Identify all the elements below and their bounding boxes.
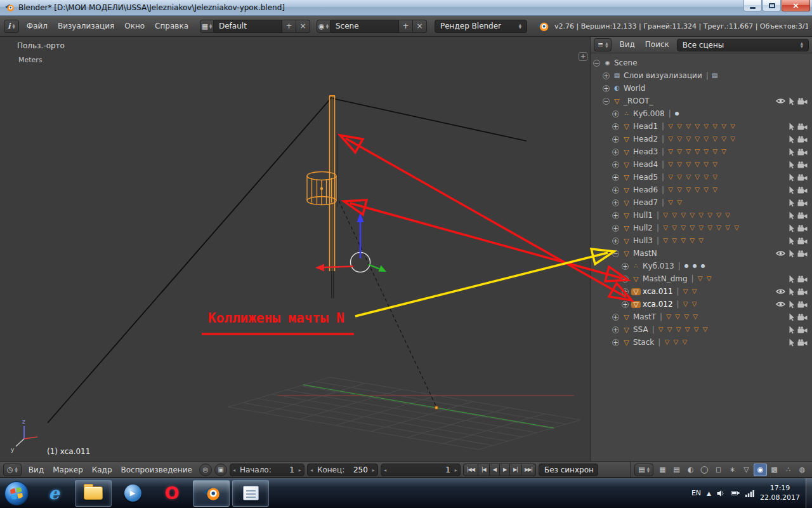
scene-tab[interactable]: ◐ xyxy=(684,464,697,476)
object-name[interactable]: MastN_dmg xyxy=(643,274,688,283)
object-name[interactable]: Head5 xyxy=(633,173,658,182)
expand-icon[interactable]: + xyxy=(622,301,629,308)
playback-button-0[interactable]: |◀◀ xyxy=(463,464,478,476)
taskbar-document-app-button[interactable] xyxy=(232,480,269,507)
object-name[interactable]: World xyxy=(624,84,645,93)
modifiers-tab[interactable]: ∗ xyxy=(726,464,739,476)
render-layers-tab[interactable]: ▤ xyxy=(670,464,683,476)
hidden-icons-button[interactable]: ▲ xyxy=(707,490,711,497)
editor-type-button-timeline[interactable]: ◷ xyxy=(3,464,22,476)
expand-icon[interactable]: + xyxy=(612,161,619,168)
scene-browse-button[interactable]: ◉ xyxy=(317,20,331,33)
texture-tab[interactable]: ▩ xyxy=(768,464,781,476)
expand-icon[interactable]: + xyxy=(612,225,619,232)
volume-icon[interactable] xyxy=(717,490,725,497)
visibility-toggle[interactable] xyxy=(775,288,786,295)
taskbar-media-player-button[interactable]: ▶ xyxy=(114,480,151,507)
selectability-toggle[interactable] xyxy=(786,211,797,220)
world-tab[interactable]: ◯ xyxy=(698,464,711,476)
outliner-row-Head5[interactable]: +▽Head5|▽▽▽▽▽▽ xyxy=(591,171,812,184)
physics-tab[interactable]: ◍ xyxy=(796,464,809,476)
renderability-toggle[interactable] xyxy=(797,212,808,219)
object-name[interactable]: Куб.013 xyxy=(643,262,674,271)
close-button[interactable]: × xyxy=(782,0,810,11)
outliner-row-Куб.013[interactable]: +∴Куб.013|●●● xyxy=(591,260,812,272)
expand-icon[interactable]: + xyxy=(612,123,619,130)
visibility-toggle[interactable] xyxy=(775,250,786,257)
selectability-toggle[interactable] xyxy=(786,313,797,321)
x-axis-handle[interactable] xyxy=(324,267,353,268)
renderability-toggle[interactable] xyxy=(797,136,808,143)
frame-start-field[interactable]: Начало: 1 xyxy=(230,464,304,476)
3d-viewport[interactable]: z y Польз.-орто Meters (1) xca.011 + xyxy=(0,37,590,461)
object-name[interactable]: xca.012 xyxy=(643,300,673,309)
expand-icon[interactable]: + xyxy=(622,288,629,295)
object-name[interactable]: Head4 xyxy=(633,160,658,169)
selectability-toggle[interactable] xyxy=(786,224,797,232)
frame-end-field[interactable]: Конец: 250 xyxy=(307,464,378,476)
outliner-menu-1[interactable]: Поиск xyxy=(640,38,674,51)
visibility-toggle[interactable] xyxy=(775,98,786,104)
renderability-toggle[interactable] xyxy=(797,187,808,194)
object-name[interactable]: Scene xyxy=(614,58,638,67)
render-engine-dropdown[interactable]: Рендер Blender xyxy=(435,20,527,33)
expand-icon[interactable]: + xyxy=(612,136,619,143)
expand-icon[interactable]: + xyxy=(622,276,629,283)
renderability-toggle[interactable] xyxy=(797,161,808,168)
selectability-toggle[interactable] xyxy=(786,300,797,309)
data-tab[interactable]: ▽ xyxy=(740,464,753,476)
outliner-row-MastN[interactable]: −▽MastN xyxy=(591,247,812,260)
outliner-row-Scene[interactable]: −◉Scene xyxy=(591,57,812,69)
display-mode-dropdown[interactable]: Все сцены xyxy=(677,39,809,51)
outliner-row-Head6[interactable]: +▽Head6|▽▽▽▽▽▽ xyxy=(591,184,812,196)
taskbar-explorer-button[interactable] xyxy=(75,480,112,507)
object-name[interactable]: Stack xyxy=(633,338,654,347)
scene-field[interactable]: Scene xyxy=(331,20,399,33)
taskbar-blender-button[interactable] xyxy=(193,480,230,507)
remove-layout-button[interactable]: × xyxy=(296,20,310,33)
maximize-button[interactable] xyxy=(763,0,781,11)
outliner-row-xca.012[interactable]: +▽xca.012|▽▽ xyxy=(591,298,812,311)
expand-icon[interactable]: + xyxy=(612,149,619,156)
expand-icon[interactable]: + xyxy=(612,339,619,346)
renderability-toggle[interactable] xyxy=(797,237,808,244)
object-name[interactable]: Head6 xyxy=(633,185,658,194)
renderability-toggle[interactable] xyxy=(797,250,808,257)
particles-tab[interactable]: ∴ xyxy=(782,464,795,476)
collapse-icon[interactable]: − xyxy=(603,98,610,105)
editor-type-button-properties[interactable]: ▤ xyxy=(634,464,653,476)
current-frame-field[interactable]: 1 xyxy=(381,464,461,476)
renderability-toggle[interactable] xyxy=(797,288,808,295)
expand-icon[interactable]: + xyxy=(612,187,619,194)
renderability-toggle[interactable] xyxy=(797,123,808,130)
playback-button-5[interactable]: ▶▶| xyxy=(521,464,536,476)
selectability-toggle[interactable] xyxy=(786,275,797,283)
object-name[interactable]: Head2 xyxy=(633,135,658,144)
outliner-row-Hull1[interactable]: +▽Hull1|▽▽▽▽▽▽▽▽ xyxy=(591,209,812,222)
object-tab[interactable]: ◻ xyxy=(712,464,725,476)
outliner-row-_ROOT_[interactable]: −▽_ROOT_ xyxy=(591,95,812,107)
expand-icon[interactable]: + xyxy=(612,326,619,333)
remove-scene-button[interactable]: × xyxy=(413,20,427,33)
selectability-toggle[interactable] xyxy=(786,326,797,334)
timeline-menu-3[interactable]: Воспроизведение xyxy=(117,464,197,476)
outliner-row-SSA[interactable]: +▽SSA|▽▽▽▽▽▽ xyxy=(591,323,812,336)
timeline-menu-0[interactable]: Вид xyxy=(24,464,48,476)
selectability-toggle[interactable] xyxy=(786,288,797,296)
playback-button-3[interactable]: ▶ xyxy=(500,464,510,476)
outliner-row-Hull2[interactable]: +▽Hull2|▽▽▽▽▽▽▽▽▽ xyxy=(591,222,812,234)
object-name[interactable]: Head3 xyxy=(633,147,658,156)
editor-type-button-outliner[interactable]: ≡ xyxy=(594,38,612,51)
renderability-toggle[interactable] xyxy=(797,326,808,333)
renderability-toggle[interactable] xyxy=(797,225,808,232)
outliner-row-Head3[interactable]: +▽Head3|▽▽▽▽▽▽▽ xyxy=(591,145,812,158)
object-name[interactable]: Head7 xyxy=(633,198,658,207)
object-name[interactable]: Hull3 xyxy=(633,236,653,245)
start-button[interactable] xyxy=(3,479,30,507)
object-name[interactable]: xca.011 xyxy=(643,287,673,296)
selectability-toggle[interactable] xyxy=(786,186,797,194)
renderability-toggle[interactable] xyxy=(797,174,808,181)
object-name[interactable]: Hull2 xyxy=(633,224,653,232)
header-menu-2[interactable]: Окно xyxy=(119,20,150,33)
expand-icon[interactable]: + xyxy=(612,212,619,219)
